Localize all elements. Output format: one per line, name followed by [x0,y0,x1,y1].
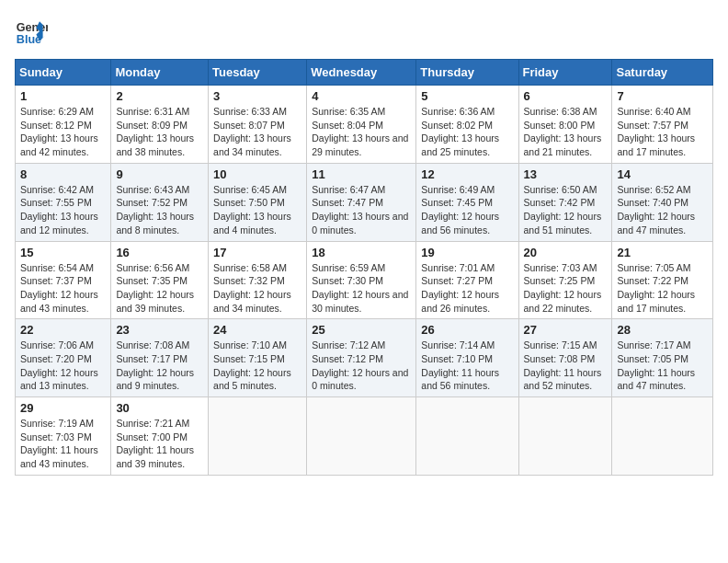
day-info: Sunrise: 6:38 AMSunset: 8:00 PMDaylight:… [524,105,608,159]
calendar-cell: 7Sunrise: 6:40 AMSunset: 7:57 PMDaylight… [612,86,713,164]
calendar-cell: 23Sunrise: 7:08 AMSunset: 7:17 PMDayligh… [111,319,209,397]
calendar-cell: 17Sunrise: 6:58 AMSunset: 7:32 PMDayligh… [209,241,307,319]
calendar-cell [518,397,612,476]
day-number: 1 [20,89,106,103]
day-info: Sunrise: 6:47 AMSunset: 7:47 PMDaylight:… [312,183,411,237]
day-info: Sunrise: 6:43 AMSunset: 7:52 PMDaylight:… [116,183,203,237]
day-number: 2 [116,89,203,103]
day-number: 27 [524,323,608,337]
calendar-cell: 25Sunrise: 7:12 AMSunset: 7:12 PMDayligh… [307,319,416,397]
day-info: Sunrise: 6:45 AMSunset: 7:50 PMDaylight:… [213,183,301,237]
calendar-cell: 10Sunrise: 6:45 AMSunset: 7:50 PMDayligh… [209,163,307,241]
day-info: Sunrise: 6:33 AMSunset: 8:07 PMDaylight:… [213,105,301,159]
day-number: 15 [20,246,106,259]
day-number: 5 [421,89,513,103]
day-info: Sunrise: 6:35 AMSunset: 8:04 PMDaylight:… [312,105,411,159]
calendar-cell: 20Sunrise: 7:03 AMSunset: 7:25 PMDayligh… [518,241,612,319]
calendar-cell: 18Sunrise: 6:59 AMSunset: 7:30 PMDayligh… [307,241,416,319]
day-number: 29 [20,401,106,415]
day-number: 12 [421,167,513,181]
day-info: Sunrise: 6:54 AMSunset: 7:37 PMDaylight:… [20,261,106,316]
day-number: 20 [524,246,608,259]
calendar-cell [416,397,518,476]
day-number: 28 [617,323,708,337]
col-header-tuesday: Tuesday [209,60,307,86]
calendar-cell: 8Sunrise: 6:42 AMSunset: 7:55 PMDaylight… [16,163,111,241]
day-number: 3 [213,89,301,103]
calendar-cell [307,397,416,476]
calendar-cell: 13Sunrise: 6:50 AMSunset: 7:42 PMDayligh… [518,163,612,241]
day-info: Sunrise: 6:40 AMSunset: 7:57 PMDaylight:… [617,105,708,159]
calendar-cell: 1Sunrise: 6:29 AMSunset: 8:12 PMDaylight… [16,86,111,164]
calendar-cell [612,397,713,476]
calendar-cell: 29Sunrise: 7:19 AMSunset: 7:03 PMDayligh… [16,397,111,476]
day-number: 18 [312,246,411,259]
day-info: Sunrise: 6:56 AMSunset: 7:35 PMDaylight:… [116,261,203,316]
calendar-cell: 28Sunrise: 7:17 AMSunset: 7:05 PMDayligh… [612,319,713,397]
day-number: 13 [524,167,608,181]
day-info: Sunrise: 6:36 AMSunset: 8:02 PMDaylight:… [421,105,513,159]
calendar-cell: 30Sunrise: 7:21 AMSunset: 7:00 PMDayligh… [111,397,209,476]
day-info: Sunrise: 6:42 AMSunset: 7:55 PMDaylight:… [20,183,106,237]
day-number: 8 [20,167,106,181]
day-number: 22 [20,323,106,337]
day-info: Sunrise: 7:08 AMSunset: 7:17 PMDaylight:… [116,339,203,393]
day-info: Sunrise: 7:06 AMSunset: 7:20 PMDaylight:… [20,339,106,393]
calendar-cell: 12Sunrise: 6:49 AMSunset: 7:45 PMDayligh… [416,163,518,241]
calendar-cell: 9Sunrise: 6:43 AMSunset: 7:52 PMDaylight… [111,163,209,241]
day-info: Sunrise: 7:12 AMSunset: 7:12 PMDaylight:… [312,339,411,393]
day-info: Sunrise: 7:21 AMSunset: 7:00 PMDaylight:… [116,417,203,471]
day-number: 30 [116,401,203,415]
col-header-saturday: Saturday [612,60,713,86]
day-info: Sunrise: 7:17 AMSunset: 7:05 PMDaylight:… [617,339,708,393]
day-number: 21 [617,246,708,259]
calendar-week-2: 8Sunrise: 6:42 AMSunset: 7:55 PMDaylight… [16,163,713,241]
day-number: 16 [116,246,203,259]
day-number: 6 [524,89,608,103]
day-info: Sunrise: 6:49 AMSunset: 7:45 PMDaylight:… [421,183,513,237]
day-number: 25 [312,323,411,337]
day-info: Sunrise: 6:31 AMSunset: 8:09 PMDaylight:… [116,105,203,159]
calendar-cell: 26Sunrise: 7:14 AMSunset: 7:10 PMDayligh… [416,319,518,397]
day-info: Sunrise: 7:10 AMSunset: 7:15 PMDaylight:… [213,339,301,393]
day-info: Sunrise: 7:15 AMSunset: 7:08 PMDaylight:… [524,339,608,393]
calendar-cell: 14Sunrise: 6:52 AMSunset: 7:40 PMDayligh… [612,163,713,241]
day-number: 19 [421,246,513,259]
day-info: Sunrise: 7:14 AMSunset: 7:10 PMDaylight:… [421,339,513,393]
calendar-week-4: 22Sunrise: 7:06 AMSunset: 7:20 PMDayligh… [16,319,713,397]
day-number: 11 [312,167,411,181]
day-info: Sunrise: 6:50 AMSunset: 7:42 PMDaylight:… [524,183,608,237]
col-header-sunday: Sunday [16,60,111,86]
day-number: 26 [421,323,513,337]
calendar-cell: 15Sunrise: 6:54 AMSunset: 7:37 PMDayligh… [16,241,111,319]
day-number: 7 [617,89,708,103]
calendar-cell: 16Sunrise: 6:56 AMSunset: 7:35 PMDayligh… [111,241,209,319]
day-number: 24 [213,323,301,337]
calendar-cell: 22Sunrise: 7:06 AMSunset: 7:20 PMDayligh… [16,319,111,397]
day-info: Sunrise: 6:58 AMSunset: 7:32 PMDaylight:… [213,261,301,316]
col-header-friday: Friday [518,60,612,86]
calendar-week-5: 29Sunrise: 7:19 AMSunset: 7:03 PMDayligh… [16,397,713,476]
page-header: General Blue [15,15,713,48]
day-number: 4 [312,89,411,103]
calendar-cell: 6Sunrise: 6:38 AMSunset: 8:00 PMDaylight… [518,86,612,164]
day-info: Sunrise: 6:29 AMSunset: 8:12 PMDaylight:… [20,105,106,159]
logo: General Blue [15,15,48,48]
col-header-wednesday: Wednesday [307,60,416,86]
day-info: Sunrise: 6:52 AMSunset: 7:40 PMDaylight:… [617,183,708,237]
day-number: 17 [213,246,301,259]
calendar-cell: 4Sunrise: 6:35 AMSunset: 8:04 PMDaylight… [307,86,416,164]
calendar-cell: 5Sunrise: 6:36 AMSunset: 8:02 PMDaylight… [416,86,518,164]
day-number: 9 [116,167,203,181]
calendar-cell: 21Sunrise: 7:05 AMSunset: 7:22 PMDayligh… [612,241,713,319]
day-info: Sunrise: 7:03 AMSunset: 7:25 PMDaylight:… [524,261,608,316]
day-info: Sunrise: 6:59 AMSunset: 7:30 PMDaylight:… [312,261,411,316]
day-info: Sunrise: 7:01 AMSunset: 7:27 PMDaylight:… [421,261,513,316]
logo-icon: General Blue [15,15,48,48]
calendar-table: SundayMondayTuesdayWednesdayThursdayFrid… [15,59,713,476]
day-number: 14 [617,167,708,181]
calendar-cell [209,397,307,476]
calendar-cell: 19Sunrise: 7:01 AMSunset: 7:27 PMDayligh… [416,241,518,319]
calendar-week-1: 1Sunrise: 6:29 AMSunset: 8:12 PMDaylight… [16,86,713,164]
calendar-week-3: 15Sunrise: 6:54 AMSunset: 7:37 PMDayligh… [16,241,713,319]
